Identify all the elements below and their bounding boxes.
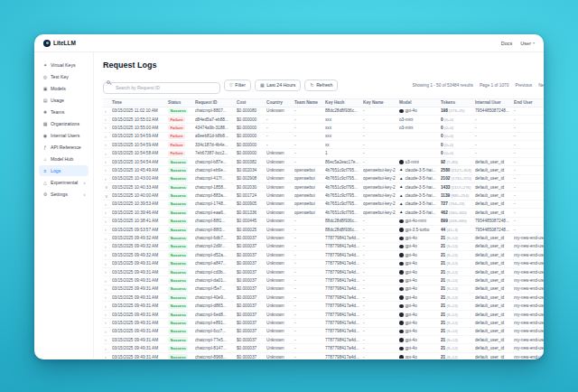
cell-time: 03/15/2025 09:49:31 AM (112, 355, 168, 359)
sidebar-item-usage[interactable]: ▤Usage (39, 95, 89, 106)
chevron-right-icon[interactable]: › (105, 261, 107, 266)
table-row[interactable]: ›03/15/2025 09:49:31 AMSuccesschatcmpl-6… (103, 311, 544, 319)
cell-time: 03/15/2025 09:49:31 AM (112, 346, 168, 350)
user-menu[interactable]: User ▾ (520, 41, 535, 46)
chevron-right-icon[interactable]: › (105, 346, 107, 351)
sidebar-item-api-reference[interactable]: ƒAPI Reference (39, 142, 89, 153)
tokens-detail: (9+12) (445, 321, 458, 325)
table-row[interactable]: ›03/15/2025 09:49:32 AMSuccesschatcmpl-d… (103, 251, 544, 259)
sidebar-item-internal-users[interactable]: ◉Internal Users (39, 130, 89, 141)
openai-logo-icon (399, 330, 404, 334)
table-row[interactable]: ›03/15/2025 09:49:31 AMSuccesschatcmpl-6… (103, 328, 544, 336)
cell-end-user: my-new-end-user-1 (514, 355, 544, 359)
chevron-right-icon[interactable]: › (105, 312, 107, 317)
chevron-down-icon[interactable]: ∨ (105, 184, 108, 190)
chevron-right-icon[interactable]: › (105, 125, 107, 130)
docs-link[interactable]: Docs (501, 41, 513, 46)
chevron-right-icon[interactable]: › (105, 236, 107, 241)
sidebar-item-test-key[interactable]: ◎Test Key (39, 71, 89, 82)
table-row[interactable]: ∨03/15/2025 10:40:00 AMSuccesschatcmpl-8… (103, 191, 544, 200)
chevron-right-icon[interactable]: › (105, 354, 107, 359)
cell-country: Unknown (266, 303, 294, 308)
table-row[interactable]: ›03/15/2025 09:49:31 AMSuccesschatcmpl-f… (103, 285, 544, 294)
table-row[interactable]: ›03/15/2025 09:49:31 AMSuccesschatcmpl-a… (103, 260, 544, 268)
sidebar-item-models[interactable]: ▣Models (39, 83, 89, 94)
table-row[interactable]: ›03/15/2025 09:49:31 AMSuccesschatcmpl-7… (103, 336, 544, 344)
sidebar-item-organizations[interactable]: ▦Organizations (39, 118, 89, 129)
chevron-right-icon[interactable]: › (105, 117, 107, 122)
chevron-right-icon[interactable]: › (105, 329, 107, 334)
refresh-button[interactable]: ↻ Refresh (304, 79, 338, 91)
chevron-right-icon[interactable]: › (105, 252, 107, 257)
chevron-right-icon[interactable]: › (105, 227, 107, 232)
table-row[interactable]: ›03/15/2025 10:43:00 AMSuccesschatcmpl-4… (103, 175, 544, 183)
cell-key-name: - (363, 151, 399, 155)
chevron-right-icon[interactable]: › (105, 167, 107, 173)
cell-cost: $0.000445 (237, 219, 266, 223)
chevron-right-icon[interactable]: › (105, 142, 107, 147)
chevron-right-icon[interactable]: › (105, 176, 107, 182)
table-row[interactable]: ›03/15/2025 09:49:31 AMSuccesschatcmpl-c… (103, 268, 544, 276)
table-row[interactable]: ›03/15/2025 09:49:32 AMSuccesschatcmpl-2… (103, 243, 544, 251)
table-row[interactable]: ›03/15/2025 10:54:58 AMFailure7eb67387-b… (103, 149, 544, 157)
table-row[interactable]: ›03/15/2025 09:49:31 AMSuccesschatcmpl-d… (103, 276, 544, 285)
table-row[interactable]: ›03/15/2025 09:49:31 AMSuccesschatcmpl-8… (103, 353, 544, 359)
table-row[interactable]: ›03/15/2025 10:54:54 AMSuccesschatcmpl-b… (103, 158, 544, 166)
sidebar-item-virtual-keys[interactable]: ✦Virtual Keys (39, 60, 89, 70)
previous-button[interactable]: Previous (515, 83, 532, 88)
chevron-right-icon[interactable]: › (105, 337, 107, 342)
chevron-right-icon[interactable]: › (105, 278, 107, 284)
chevron-right-icon[interactable]: › (105, 219, 107, 224)
table-row[interactable]: ›03/15/2025 09:49:31 AMSuccesschatcmpl-d… (103, 302, 544, 310)
filter-button[interactable]: ▽ Filter (224, 79, 251, 91)
search-input[interactable] (103, 82, 220, 94)
model-name: gpt-3.5-turbo (406, 228, 430, 232)
sidebar-item-experimental[interactable]: △Experimental∨ (39, 177, 89, 188)
chevron-right-icon[interactable]: › (105, 294, 107, 300)
request-logs-table: TimeStatusRequest IDCostCountryTeam Name… (103, 98, 544, 359)
table-row[interactable]: ›03/15/2025 10:55:02 AMFailured84ed5a7-e… (103, 116, 544, 124)
cell-time: 03/15/2025 10:54:59 AM (112, 143, 168, 147)
sidebar-item-teams[interactable]: ❖Teams (39, 107, 89, 117)
table-row[interactable]: ›03/15/2025 10:54:59 AMFailure334c187d-4… (103, 141, 544, 149)
table-row[interactable]: ›03/15/2025 09:49:31 AMSuccesschatcmpl-8… (103, 344, 544, 352)
table-row[interactable]: ›03/15/2025 09:53:57 AMSuccesschatcmpl-8… (103, 226, 544, 234)
chevron-right-icon[interactable]: › (105, 159, 107, 164)
table-row[interactable]: ›03/15/2025 10:38:41 AMSuccesschatcmpl-8… (103, 218, 544, 226)
cell-tokens: 0 (0+0) (441, 151, 475, 155)
table-row[interactable]: ›03/15/2025 11:02:10 AMSuccesschatcmpl-8… (103, 107, 544, 116)
sidebar-item-label: Experimental (51, 180, 78, 185)
next-button[interactable]: Next (538, 83, 544, 88)
cell-tokens: 21 (9+12) (441, 329, 475, 333)
table-row[interactable]: ›03/15/2025 09:49:32 AMSuccesschatcmpl-6… (103, 234, 544, 242)
chevron-right-icon[interactable]: › (105, 286, 107, 292)
sidebar-item-logs[interactable]: ≡Logs (39, 165, 89, 176)
chevron-right-icon[interactable]: › (105, 151, 107, 156)
table-row[interactable]: ›03/15/2025 10:55:00 AMFailure43474a9b-3… (103, 124, 544, 132)
cell-cost: $0.000037 (237, 313, 266, 317)
cell-tokens: 0 (0+0) (441, 143, 475, 147)
chevron-right-icon[interactable]: › (105, 108, 107, 114)
table-row[interactable]: ›03/15/2025 10:54:59 AMFailurea9eeb81d-b… (103, 133, 544, 141)
table-row[interactable]: ›03/15/2025 10:39:53 AMSuccesschatcmpl-1… (103, 201, 544, 209)
chevron-right-icon[interactable]: › (105, 210, 107, 215)
table-row[interactable]: ›03/15/2025 10:45:49 AMSuccesschatcmpl-e… (103, 166, 544, 174)
chevron-right-icon[interactable]: › (105, 269, 107, 275)
cell-internal-user: default_user_id (475, 193, 514, 198)
chevron-down-icon[interactable]: ∨ (105, 193, 108, 199)
sidebar-item-settings[interactable]: ⚙Settings∨ (39, 189, 89, 200)
chevron-right-icon[interactable]: › (105, 320, 107, 325)
table-row[interactable]: ›03/15/2025 09:49:31 AMSuccesschatcmpl-4… (103, 294, 544, 302)
sidebar-item-model-hub[interactable]: ⌂Model Hub (39, 154, 89, 164)
chevron-right-icon[interactable]: › (105, 303, 107, 309)
chevron-right-icon[interactable]: › (105, 244, 107, 249)
date-range-button[interactable]: ▦ Last 24 Hours (255, 79, 302, 91)
cell-time: 03/15/2025 10:55:02 AM (112, 117, 168, 122)
table-row[interactable]: ›03/15/2025 09:49:31 AMSuccesschatcmpl-e… (103, 319, 544, 327)
chevron-right-icon[interactable]: › (105, 134, 107, 139)
chevron-right-icon[interactable]: › (105, 201, 107, 207)
table-row[interactable]: ∨03/15/2025 10:40:33 AMSuccesschatcmpl-1… (103, 183, 544, 191)
cell-time: 03/15/2025 09:49:31 AM (112, 338, 168, 342)
table-row[interactable]: ›03/15/2025 10:39:46 AMSuccesschatcmpl-e… (103, 209, 544, 217)
cell-cost: $0.000037 (237, 244, 266, 248)
